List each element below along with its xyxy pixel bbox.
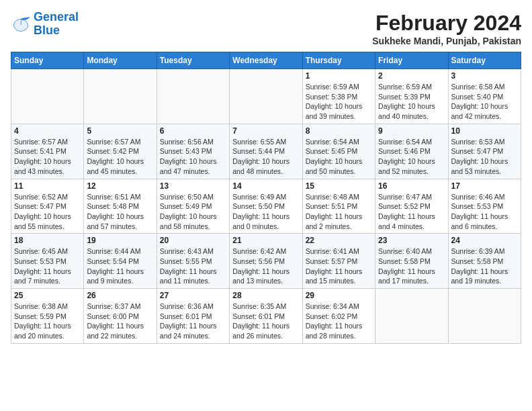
calendar-week-row: 11Sunrise: 6:52 AMSunset: 5:47 PMDayligh… — [11, 179, 521, 234]
calendar-day-20: 20Sunrise: 6:43 AMSunset: 5:55 PMDayligh… — [157, 234, 229, 289]
column-header-monday: Monday — [84, 52, 157, 69]
calendar-day-22: 22Sunrise: 6:41 AMSunset: 5:57 PMDayligh… — [302, 234, 375, 289]
day-info: Sunrise: 6:54 AMSunset: 5:45 PMDaylight:… — [306, 137, 372, 177]
calendar-day-8: 8Sunrise: 6:54 AMSunset: 5:45 PMDaylight… — [302, 124, 375, 179]
calendar-day-14: 14Sunrise: 6:49 AMSunset: 5:50 PMDayligh… — [230, 179, 302, 234]
day-number: 3 — [451, 71, 518, 81]
day-number: 24 — [451, 236, 518, 245]
calendar-week-row: 4Sunrise: 6:57 AMSunset: 5:41 PMDaylight… — [11, 124, 521, 179]
day-info: Sunrise: 6:43 AMSunset: 5:55 PMDaylight:… — [160, 246, 226, 286]
calendar-day-27: 27Sunrise: 6:36 AMSunset: 6:01 PMDayligh… — [157, 289, 229, 344]
day-number: 14 — [232, 181, 299, 191]
calendar-day-4: 4Sunrise: 6:57 AMSunset: 5:41 PMDaylight… — [11, 124, 84, 179]
day-info: Sunrise: 6:34 AMSunset: 6:02 PMDaylight:… — [306, 302, 372, 341]
day-info: Sunrise: 6:57 AMSunset: 5:41 PMDaylight:… — [14, 137, 81, 177]
calendar-week-row: 18Sunrise: 6:45 AMSunset: 5:53 PMDayligh… — [11, 234, 521, 289]
day-info: Sunrise: 6:41 AMSunset: 5:57 PMDaylight:… — [306, 246, 372, 286]
day-number: 11 — [14, 181, 81, 191]
day-info: Sunrise: 6:49 AMSunset: 5:50 PMDaylight:… — [232, 192, 299, 232]
day-number: 1 — [306, 71, 372, 81]
calendar-day-18: 18Sunrise: 6:45 AMSunset: 5:53 PMDayligh… — [11, 234, 84, 289]
day-info: Sunrise: 6:46 AMSunset: 5:53 PMDaylight:… — [451, 192, 518, 232]
logo: General Blue — [11, 11, 79, 38]
calendar-day-28: 28Sunrise: 6:35 AMSunset: 6:01 PMDayligh… — [230, 289, 302, 344]
day-info: Sunrise: 6:47 AMSunset: 5:52 PMDaylight:… — [378, 192, 445, 232]
day-info: Sunrise: 6:57 AMSunset: 5:42 PMDaylight:… — [87, 137, 153, 177]
calendar-empty-cell — [375, 289, 448, 344]
day-info: Sunrise: 6:50 AMSunset: 5:49 PMDaylight:… — [160, 192, 226, 232]
page-header: General Blue February 2024 Sukheke Mandi… — [11, 11, 521, 46]
day-number: 12 — [87, 181, 153, 191]
day-number: 29 — [306, 291, 372, 300]
day-info: Sunrise: 6:40 AMSunset: 5:58 PMDaylight:… — [378, 246, 445, 286]
day-number: 16 — [378, 181, 445, 191]
calendar-day-23: 23Sunrise: 6:40 AMSunset: 5:58 PMDayligh… — [375, 234, 448, 289]
calendar-empty-cell — [448, 289, 521, 344]
calendar-week-row: 25Sunrise: 6:38 AMSunset: 5:59 PMDayligh… — [11, 289, 521, 344]
month-title: February 2024 — [372, 11, 521, 36]
day-info: Sunrise: 6:36 AMSunset: 6:01 PMDaylight:… — [160, 302, 226, 341]
day-number: 25 — [14, 291, 81, 300]
calendar-table: SundayMondayTuesdayWednesdayThursdayFrid… — [11, 52, 521, 344]
calendar-empty-cell — [230, 69, 302, 124]
day-info: Sunrise: 6:59 AMSunset: 5:39 PMDaylight:… — [378, 82, 445, 122]
day-info: Sunrise: 6:53 AMSunset: 5:47 PMDaylight:… — [451, 137, 518, 177]
day-number: 27 — [160, 291, 226, 300]
day-info: Sunrise: 6:44 AMSunset: 5:54 PMDaylight:… — [87, 246, 153, 286]
day-info: Sunrise: 6:38 AMSunset: 5:59 PMDaylight:… — [14, 302, 81, 341]
day-info: Sunrise: 6:48 AMSunset: 5:51 PMDaylight:… — [306, 192, 372, 232]
logo-text: General Blue — [34, 11, 79, 38]
day-number: 7 — [232, 126, 299, 136]
day-info: Sunrise: 6:51 AMSunset: 5:48 PMDaylight:… — [87, 192, 153, 232]
day-number: 17 — [451, 181, 518, 191]
day-number: 28 — [232, 291, 299, 300]
calendar-day-2: 2Sunrise: 6:59 AMSunset: 5:39 PMDaylight… — [375, 69, 448, 124]
calendar-day-17: 17Sunrise: 6:46 AMSunset: 5:53 PMDayligh… — [448, 179, 521, 234]
column-header-saturday: Saturday — [448, 52, 521, 69]
calendar-day-24: 24Sunrise: 6:39 AMSunset: 5:58 PMDayligh… — [448, 234, 521, 289]
title-block: February 2024 Sukheke Mandi, Punjab, Pak… — [372, 11, 521, 46]
logo-icon — [11, 14, 31, 34]
day-number: 6 — [160, 126, 226, 136]
day-number: 2 — [378, 71, 445, 81]
calendar-day-12: 12Sunrise: 6:51 AMSunset: 5:48 PMDayligh… — [84, 179, 157, 234]
day-number: 8 — [306, 126, 372, 136]
day-number: 10 — [451, 126, 518, 136]
day-number: 15 — [306, 181, 372, 191]
location: Sukheke Mandi, Punjab, Pakistan — [372, 36, 521, 46]
day-number: 26 — [87, 291, 153, 300]
calendar-day-21: 21Sunrise: 6:42 AMSunset: 5:56 PMDayligh… — [230, 234, 302, 289]
day-info: Sunrise: 6:42 AMSunset: 5:56 PMDaylight:… — [232, 246, 299, 286]
day-number: 21 — [232, 236, 299, 245]
calendar-day-16: 16Sunrise: 6:47 AMSunset: 5:52 PMDayligh… — [375, 179, 448, 234]
calendar-day-1: 1Sunrise: 6:59 AMSunset: 5:38 PMDaylight… — [302, 69, 375, 124]
day-number: 22 — [306, 236, 372, 245]
day-info: Sunrise: 6:54 AMSunset: 5:46 PMDaylight:… — [378, 137, 445, 177]
calendar-day-10: 10Sunrise: 6:53 AMSunset: 5:47 PMDayligh… — [448, 124, 521, 179]
day-info: Sunrise: 6:35 AMSunset: 6:01 PMDaylight:… — [232, 302, 299, 341]
calendar-day-19: 19Sunrise: 6:44 AMSunset: 5:54 PMDayligh… — [84, 234, 157, 289]
column-header-friday: Friday — [375, 52, 448, 69]
calendar-header-row: SundayMondayTuesdayWednesdayThursdayFrid… — [11, 52, 521, 69]
day-info: Sunrise: 6:45 AMSunset: 5:53 PMDaylight:… — [14, 246, 81, 286]
calendar-day-6: 6Sunrise: 6:56 AMSunset: 5:43 PMDaylight… — [157, 124, 229, 179]
column-header-thursday: Thursday — [302, 52, 375, 69]
column-header-tuesday: Tuesday — [157, 52, 229, 69]
day-number: 4 — [14, 126, 81, 136]
calendar-empty-cell — [157, 69, 229, 124]
day-info: Sunrise: 6:37 AMSunset: 6:00 PMDaylight:… — [87, 302, 153, 341]
calendar-empty-cell — [11, 69, 84, 124]
calendar-day-11: 11Sunrise: 6:52 AMSunset: 5:47 PMDayligh… — [11, 179, 84, 234]
day-number: 5 — [87, 126, 153, 136]
calendar-day-9: 9Sunrise: 6:54 AMSunset: 5:46 PMDaylight… — [375, 124, 448, 179]
day-number: 18 — [14, 236, 81, 245]
calendar-day-3: 3Sunrise: 6:58 AMSunset: 5:40 PMDaylight… — [448, 69, 521, 124]
calendar-day-7: 7Sunrise: 6:55 AMSunset: 5:44 PMDaylight… — [230, 124, 302, 179]
day-info: Sunrise: 6:52 AMSunset: 5:47 PMDaylight:… — [14, 192, 81, 232]
calendar-day-26: 26Sunrise: 6:37 AMSunset: 6:00 PMDayligh… — [84, 289, 157, 344]
calendar-day-29: 29Sunrise: 6:34 AMSunset: 6:02 PMDayligh… — [302, 289, 375, 344]
calendar-empty-cell — [84, 69, 157, 124]
day-info: Sunrise: 6:56 AMSunset: 5:43 PMDaylight:… — [160, 137, 226, 177]
day-info: Sunrise: 6:58 AMSunset: 5:40 PMDaylight:… — [451, 82, 518, 122]
day-info: Sunrise: 6:39 AMSunset: 5:58 PMDaylight:… — [451, 246, 518, 286]
